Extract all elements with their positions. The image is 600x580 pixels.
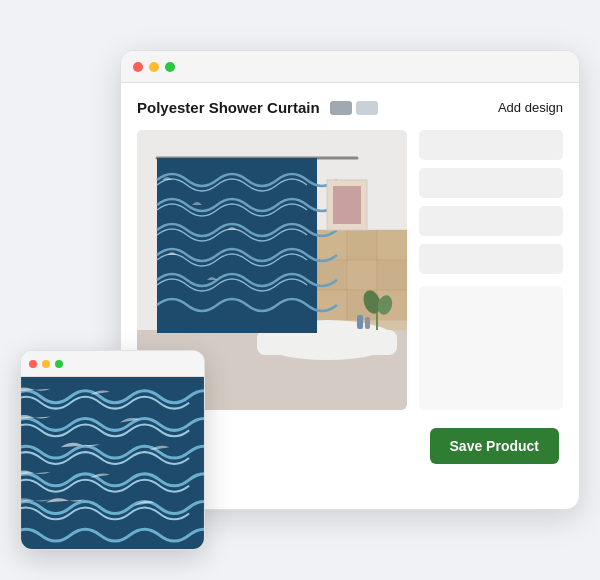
add-design-button[interactable]: Add design [498, 100, 563, 115]
svg-rect-11 [377, 260, 407, 290]
svg-rect-10 [347, 260, 377, 290]
svg-rect-21 [333, 186, 361, 224]
wave-pattern-svg [21, 377, 204, 549]
maximize-icon[interactable] [165, 62, 175, 72]
swatch-2[interactable] [356, 101, 378, 115]
svg-rect-13 [317, 290, 347, 320]
floating-window [20, 350, 205, 550]
color-swatches [330, 101, 378, 115]
header-row: Polyester Shower Curtain Add design [137, 99, 563, 116]
right-sidebar: Save Product [419, 130, 563, 464]
close-icon[interactable] [133, 62, 143, 72]
svg-rect-6 [347, 230, 377, 260]
svg-rect-7 [377, 230, 407, 260]
save-product-button[interactable]: Save Product [430, 428, 559, 464]
product-title: Polyester Shower Curtain [137, 99, 320, 116]
scene: Polyester Shower Curtain Add design [20, 30, 580, 550]
swatch-1[interactable] [330, 101, 352, 115]
sidebar-placeholder-4 [419, 244, 563, 274]
svg-rect-26 [365, 317, 370, 329]
svg-rect-17 [257, 330, 397, 355]
sidebar-bottom-area [419, 286, 563, 410]
sidebar-placeholder-2 [419, 168, 563, 198]
float-maximize-icon[interactable] [55, 360, 63, 368]
float-close-icon[interactable] [29, 360, 37, 368]
save-button-row: Save Product [419, 428, 563, 464]
browser-titlebar [121, 51, 579, 83]
sidebar-placeholder-3 [419, 206, 563, 236]
product-title-section: Polyester Shower Curtain [137, 99, 378, 116]
floating-image [21, 377, 204, 549]
sidebar-placeholder-1 [419, 130, 563, 160]
minimize-icon[interactable] [149, 62, 159, 72]
svg-rect-25 [357, 315, 363, 329]
svg-rect-19 [157, 158, 317, 333]
float-minimize-icon[interactable] [42, 360, 50, 368]
floating-titlebar [21, 351, 204, 377]
